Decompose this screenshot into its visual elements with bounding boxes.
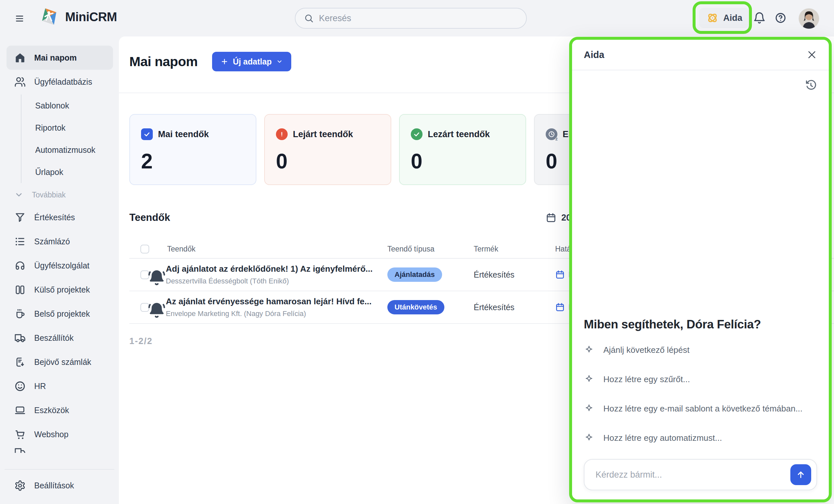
- sidebar-item-tov-bbiak[interactable]: Továbbiak: [6, 184, 113, 205]
- sidebar-bottom: Beállítások: [4, 469, 114, 504]
- task-type-badge[interactable]: Utánkövetés: [387, 300, 444, 314]
- sidebar-item-bej-v-sz-ml-k[interactable]: Bejövő számlák: [6, 350, 113, 374]
- sidebar-item-label: Értékesítés: [34, 213, 75, 222]
- sidebar-item-beallitasok[interactable]: Beállítások: [6, 474, 112, 498]
- notifications-bell-icon[interactable]: [753, 12, 766, 24]
- sidebar-item-label: Beszállítók: [34, 333, 74, 343]
- smiley-icon: [14, 380, 26, 392]
- aida-panel: Aida Miben segíthetek, Dóra Felícia? Ajá…: [569, 37, 832, 502]
- brand-name: MiniCRM: [65, 10, 117, 24]
- aida-input[interactable]: [595, 470, 790, 480]
- sidebar-item-gyf-ladatb-zis[interactable]: Ügyféladatbázis: [6, 70, 113, 94]
- sparkle-icon: [584, 374, 594, 385]
- sidebar-item-label: Ügyfélszolgálat: [34, 261, 90, 270]
- aida-greeting: Miben segíthetek, Dóra Felícia?: [584, 317, 817, 331]
- sidebar-item-bels-projektek[interactable]: Belső projektek: [6, 302, 113, 326]
- cart-icon: [14, 429, 26, 440]
- stat-label: Lejárt teendők: [293, 129, 353, 139]
- task-type-badge[interactable]: Ajánlatadás: [387, 267, 442, 282]
- menu-icon[interactable]: [14, 14, 25, 23]
- sidebar-item-label: HR: [34, 381, 46, 391]
- sidebar-item-label: Számlázó: [34, 237, 70, 246]
- aida-suggestion[interactable]: Hozz létre egy automatizmust...: [584, 423, 817, 453]
- sparkle-icon: [584, 433, 594, 443]
- aida-input-box[interactable]: [584, 459, 817, 490]
- gear-icon: [14, 480, 26, 491]
- sidebar-item-webshop[interactable]: Webshop: [6, 422, 113, 446]
- aida-suggestion[interactable]: Hozz létre egy e-mail sablont a következ…: [584, 394, 817, 423]
- page-title: Mai napom: [129, 54, 198, 69]
- sidebar-item-riportok[interactable]: Riportok: [22, 117, 113, 139]
- sidebar-item-label: Automatizmusok: [35, 145, 95, 155]
- search-icon: [304, 13, 314, 23]
- task-product: Értékesítés: [464, 303, 545, 312]
- sidebar-item-clipped[interactable]: [6, 446, 113, 453]
- calendar-icon: [555, 302, 565, 312]
- stat-card-mai-teend-k[interactable]: Mai teendők2: [129, 114, 256, 185]
- task-subtitle: Envelope Marketing Kft. (Nagy Dóra Felíc…: [166, 309, 374, 318]
- column-header-termek[interactable]: Termék: [464, 245, 545, 254]
- alert-icon: [276, 128, 288, 140]
- sidebar-item-sz-ml-z[interactable]: Számlázó: [6, 229, 113, 254]
- search-box[interactable]: [295, 8, 527, 29]
- sparkle-icon: [584, 403, 594, 414]
- sidebar-item-rlapok[interactable]: Űrlapok: [22, 161, 113, 183]
- stat-card-lez-rt-teend-k[interactable]: Lezárt teendők0: [399, 114, 526, 185]
- headphones-icon: [14, 260, 26, 271]
- sidebar-item-label: Beállítások: [34, 481, 74, 490]
- column-header-tipus[interactable]: Teendő típusa: [374, 245, 464, 254]
- search-input[interactable]: [319, 13, 518, 23]
- stat-card-lej-rt-teend-k[interactable]: Lejárt teendők0: [264, 114, 391, 185]
- task-title[interactable]: Adj ajánlatot az érdeklődőnek! 1) Az igé…: [166, 264, 374, 274]
- sidebar-item-eszk-z-k[interactable]: Eszközök: [6, 398, 113, 422]
- tasks-check-icon: [141, 128, 153, 140]
- aida-panel-header: Aida: [572, 40, 829, 70]
- sidebar: Mai napomÜgyféladatbázisSablonokRiportok…: [0, 37, 119, 504]
- aida-suggestions: Ajánlj következő lépéstHozz létre egy sz…: [584, 335, 817, 453]
- stat-value: 2: [141, 149, 245, 173]
- sidebar-item-gyf-lszolg-lat[interactable]: Ügyfélszolgálat: [6, 254, 113, 278]
- sidebar-item-label: Belső projektek: [34, 309, 90, 319]
- invoice-icon: [14, 236, 26, 247]
- sidebar-item-label: Továbbiak: [32, 191, 66, 199]
- calendar-icon: [555, 270, 565, 280]
- mug-icon: [14, 308, 26, 320]
- brand[interactable]: MiniCRM: [40, 7, 117, 27]
- sidebar-item-k-ls-projektek[interactable]: Külső projektek: [6, 278, 113, 302]
- aida-suggestion[interactable]: Hozz létre egy szűrőt...: [584, 365, 817, 394]
- new-record-button[interactable]: Új adatlap: [212, 52, 291, 71]
- sidebar-item-mai-napom[interactable]: Mai napom: [6, 46, 113, 70]
- task-title[interactable]: Az ajánlat érvényessége hamarosan lejár!…: [166, 297, 374, 307]
- sidebar-subgroup: SablonokRiportokAutomatizmusokŰrlapok: [21, 94, 113, 183]
- sidebar-item-label: Űrlapok: [35, 168, 63, 177]
- sidebar-item-rt-kes-t-s[interactable]: Értékesítés: [6, 205, 113, 229]
- sidebar-item-automatizmusok[interactable]: Automatizmusok: [22, 139, 113, 161]
- aida-suggestion[interactable]: Ajánlj következő lépést: [584, 335, 817, 365]
- sidebar-item-besz-ll-t-k[interactable]: Beszállítók: [6, 326, 113, 350]
- sidebar-item-label: Bejövő számlák: [34, 357, 91, 367]
- sidebar-item-label: Webshop: [34, 430, 68, 439]
- arrow-up-icon: [796, 470, 806, 480]
- column-header-teendok[interactable]: Teendők: [166, 245, 374, 254]
- topbar: MiniCRM Aida: [0, 0, 834, 37]
- truck-icon: [14, 446, 26, 453]
- help-icon[interactable]: [775, 12, 786, 24]
- task-product: Értékesítés: [464, 270, 545, 280]
- aida-atom-icon: [706, 12, 719, 24]
- chevron-down-icon: [276, 58, 283, 65]
- calendar-icon: [546, 213, 556, 223]
- avatar[interactable]: [799, 8, 819, 29]
- close-icon[interactable]: [807, 49, 817, 60]
- sidebar-item-hr[interactable]: HR: [6, 374, 113, 398]
- select-all-checkbox[interactable]: [140, 245, 149, 254]
- task-subtitle: Desszertvilla Édességbolt (Tóth Enikő): [166, 277, 374, 285]
- sidebar-item-sablonok[interactable]: Sablonok: [22, 94, 113, 117]
- history-icon[interactable]: [805, 79, 817, 91]
- stat-label: Lezárt teendők: [428, 129, 490, 139]
- sidebar-item-label: Mai napom: [34, 53, 77, 63]
- aida-button[interactable]: Aida: [699, 8, 750, 28]
- sidebar-item-label: Külső projektek: [34, 285, 90, 294]
- aida-panel-body: Miben segíthetek, Dóra Felícia? Ajánlj k…: [572, 70, 829, 500]
- send-button[interactable]: [790, 464, 811, 485]
- aida-panel-title: Aida: [584, 49, 604, 60]
